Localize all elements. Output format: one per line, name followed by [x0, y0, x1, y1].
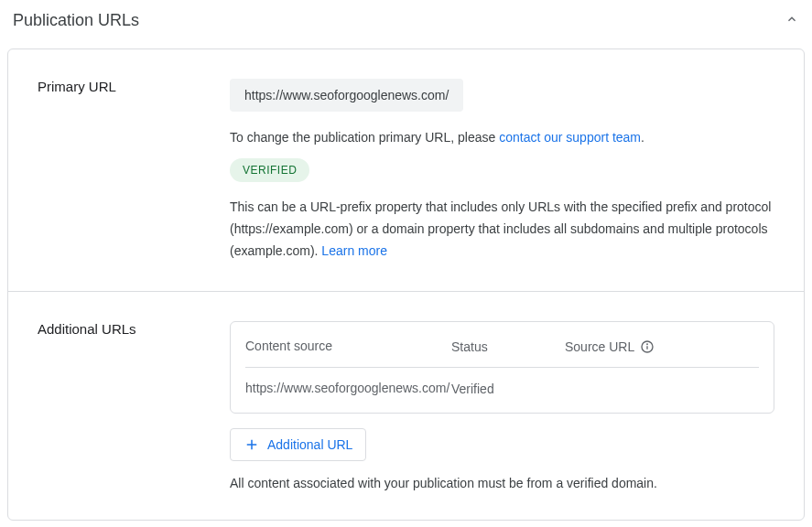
primary-url-label: Primary URL	[38, 79, 230, 262]
primary-url-section: Primary URL https://www.seoforgooglenews…	[8, 49, 804, 291]
plus-icon	[244, 436, 260, 453]
additional-urls-label: Additional URLs	[38, 321, 230, 490]
publication-urls-card: Primary URL https://www.seoforgooglenews…	[7, 48, 805, 521]
contact-support-link[interactable]: contact our support team	[499, 130, 641, 145]
chevron-up-icon	[785, 12, 799, 27]
svg-point-2	[647, 344, 648, 345]
add-button-label: Additional URL	[267, 437, 352, 452]
primary-url-hint: To change the publication primary URL, p…	[230, 128, 774, 147]
additional-urls-section: Additional URLs Content source Status So…	[8, 291, 804, 520]
table-row: https://www.seoforgooglenews.com/ Verifi…	[245, 368, 759, 398]
additional-urls-footer: All content associated with your publica…	[230, 476, 774, 490]
info-icon[interactable]	[640, 339, 655, 354]
column-content-source: Content source	[245, 337, 451, 356]
column-source-url: Source URL	[565, 337, 759, 356]
table-header: Content source Status Source URL	[245, 337, 759, 368]
description-text: This can be a URL-prefix property that i…	[230, 199, 771, 258]
panel-header: Publication URLs	[0, 0, 812, 48]
additional-urls-table: Content source Status Source URL https:/…	[230, 321, 774, 414]
primary-url-body: https://www.seoforgooglenews.com/ To cha…	[230, 79, 774, 262]
panel-title: Publication URLs	[13, 11, 139, 30]
additional-urls-body: Content source Status Source URL https:/…	[230, 321, 774, 490]
column-status: Status	[451, 337, 565, 356]
learn-more-link[interactable]: Learn more	[321, 243, 387, 258]
column-source-url-label: Source URL	[565, 339, 634, 354]
hint-prefix: To change the publication primary URL, p…	[230, 130, 499, 145]
row-status: Verified	[451, 379, 565, 398]
hint-suffix: .	[641, 130, 644, 145]
row-content-source: https://www.seoforgooglenews.com/	[245, 379, 451, 398]
collapse-toggle[interactable]	[785, 12, 799, 29]
primary-url-description: This can be a URL-prefix property that i…	[230, 197, 774, 262]
add-additional-url-button[interactable]: Additional URL	[230, 428, 366, 461]
row-source-url	[565, 379, 759, 398]
primary-url-value: https://www.seoforgooglenews.com/	[230, 79, 463, 112]
verified-badge: VERIFIED	[230, 158, 309, 182]
